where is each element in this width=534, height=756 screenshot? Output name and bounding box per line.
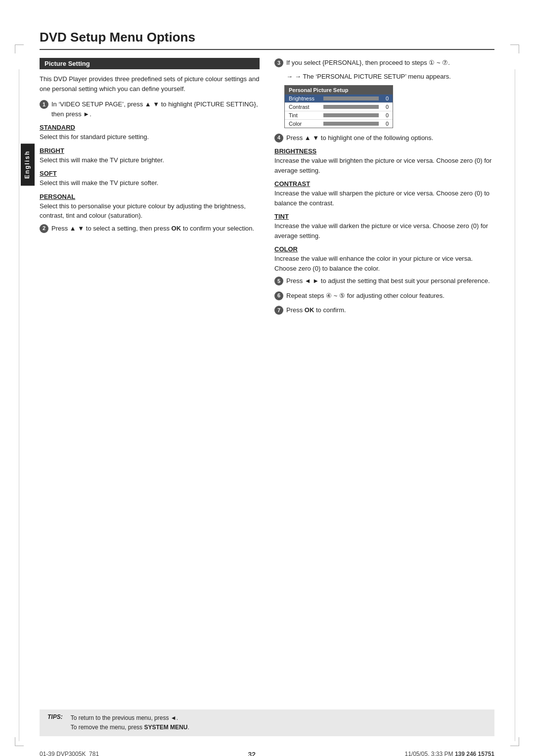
footer-number: 139 246 15751: [455, 751, 494, 756]
step-6-text: Repeat steps ④ ~ ⑤ for adjusting other c…: [286, 291, 494, 301]
footer-page-num: 32: [248, 751, 256, 756]
soft-text: Select this will make the TV picture sof…: [40, 178, 260, 188]
tips-line1: To return to the previous menu, press ◄.: [71, 713, 487, 723]
tint-label: Tint: [289, 112, 323, 118]
picture-setup-box: Personal Picture Setup Brightness 0 Cont…: [284, 85, 393, 128]
step-3: 3 If you select {PERSONAL}, then proceed…: [274, 58, 494, 68]
footer: 01-39 DVP3005K_781 32 11/05/05, 3:33 PM …: [40, 751, 494, 756]
brightness-label: Brightness: [289, 95, 323, 101]
tint-heading: TINT: [274, 213, 494, 220]
soft-heading: SOFT: [40, 170, 260, 177]
color-label: Color: [289, 121, 323, 127]
tint-desc: Increase the value will darken the pictu…: [274, 221, 494, 240]
step-4-text: Press ▲ ▼ to highlight one of the follow…: [286, 133, 494, 143]
brightness-heading: BRIGHTNESS: [274, 147, 494, 155]
corner-mark-tr: [510, 45, 519, 53]
english-tab: English: [21, 143, 35, 186]
step-3-num: 3: [274, 58, 283, 67]
step-6-num: 6: [274, 291, 283, 300]
system-menu-bold: SYSTEM MENU: [144, 724, 187, 731]
contrast-desc: Increase the value will sharpen the pict…: [274, 189, 494, 208]
brightness-desc: Increase the value will brighten the pic…: [274, 156, 494, 175]
color-desc: Increase the value will enhance the colo…: [274, 254, 494, 273]
side-line-right: [515, 69, 515, 741]
standard-text: Select this for standard picture setting…: [40, 132, 260, 142]
tint-bar: [323, 113, 379, 117]
step-3-text: If you select {PERSONAL}, then proceed t…: [286, 58, 494, 68]
personal-text: Select this to personalise your picture …: [40, 201, 260, 221]
step-1-text: In ‘VIDEO SETUP PAGE’, press ▲ ▼ to high…: [51, 99, 260, 119]
contrast-heading: CONTRAST: [274, 180, 494, 188]
personal-heading: PERSONAL: [40, 193, 260, 200]
side-line-left: [19, 69, 19, 741]
step-5-text: Press ◄ ► to adjust the setting that bes…: [286, 276, 494, 286]
step-1-num: 1: [40, 100, 48, 109]
step-6: 6 Repeat steps ④ ~ ⑤ for adjusting other…: [274, 291, 494, 301]
color-bar: [323, 122, 379, 126]
corner-mark-tl: [15, 45, 24, 53]
step-4-num: 4: [274, 134, 283, 142]
bright-heading: BRIGHT: [40, 147, 260, 154]
tips-line2: To remove the menu, press SYSTEM MENU.: [71, 723, 487, 732]
contrast-val: 0: [383, 104, 389, 110]
intro-text: This DVD Player provides three predefine…: [40, 74, 260, 94]
standard-heading: STANDARD: [40, 124, 260, 131]
step-5: 5 Press ◄ ► to adjust the setting that b…: [274, 276, 494, 286]
setup-row-color: Color 0: [285, 120, 393, 128]
col-right: 3 If you select {PERSONAL}, then proceed…: [274, 58, 494, 320]
step-5-num: 5: [274, 277, 283, 285]
step-7-num: 7: [274, 306, 283, 315]
step-7: 7 Press OK to confirm.: [274, 305, 494, 315]
tint-val: 0: [383, 112, 389, 118]
footer-left: 01-39 DVP3005K_781: [40, 751, 99, 756]
page-wrapper: English DVD Setup Menu Options Picture S…: [0, 30, 534, 756]
color-heading: COLOR: [274, 245, 494, 253]
arrow-icon: →: [286, 73, 293, 80]
step-2-text: Press ▲ ▼ to select a setting, then pres…: [51, 224, 260, 234]
corner-mark-bl: [15, 737, 24, 746]
tips-bar: TIPS: To return to the previous menu, pr…: [40, 709, 494, 736]
brightness-bar: [323, 96, 379, 100]
setup-row-brightness: Brightness 0: [285, 94, 393, 103]
setup-row-tint: Tint 0: [285, 111, 393, 120]
brightness-val: 0: [383, 95, 389, 101]
setup-row-contrast: Contrast 0: [285, 103, 393, 111]
step-7-text: Press OK to confirm.: [286, 305, 494, 315]
footer-right: 11/05/05, 3:33 PM 139 246 15751: [404, 751, 494, 756]
bright-text: Select this will make the TV picture bri…: [40, 155, 260, 165]
step-1: 1 In ‘VIDEO SETUP PAGE’, press ▲ ▼ to hi…: [40, 99, 260, 119]
tips-content: To return to the previous menu, press ◄.…: [71, 713, 487, 732]
step-3-arrow-text: → The ‘PERSONAL PICTURE SETUP’ menu appe…: [295, 73, 451, 80]
color-val: 0: [383, 121, 389, 127]
step-2: 2 Press ▲ ▼ to select a setting, then pr…: [40, 224, 260, 234]
page-title: DVD Setup Menu Options: [40, 30, 494, 50]
tips-label: TIPS:: [47, 713, 63, 720]
step-2-num: 2: [40, 224, 48, 233]
two-col-layout: Picture Setting This DVD Player provides…: [40, 58, 494, 320]
col-left: Picture Setting This DVD Player provides…: [40, 58, 260, 320]
main-content: DVD Setup Menu Options Picture Setting T…: [40, 30, 494, 320]
picture-setup-title: Personal Picture Setup: [285, 86, 393, 94]
step-3-arrow: → → The ‘PERSONAL PICTURE SETUP’ menu ap…: [274, 73, 494, 80]
step-4: 4 Press ▲ ▼ to highlight one of the foll…: [274, 133, 494, 143]
section-header: Picture Setting: [40, 58, 260, 69]
footer-date: 11/05/05, 3:33 PM: [404, 751, 453, 756]
contrast-label: Contrast: [289, 104, 323, 110]
contrast-bar: [323, 105, 379, 109]
